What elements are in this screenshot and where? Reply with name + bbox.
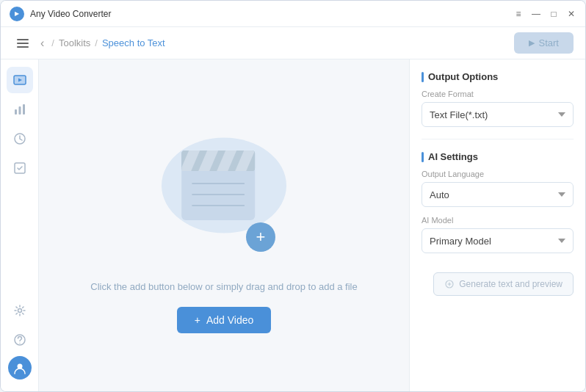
add-video-icon: + [195, 314, 200, 326]
app-title: Any Video Converter [30, 9, 112, 19]
add-file-icon[interactable]: + [246, 222, 275, 252]
sidebar-bottom [7, 297, 33, 385]
sidebar-item-convert[interactable] [7, 67, 33, 93]
breadcrumb-separator-1: / [51, 37, 54, 48]
output-language-label: Output Language [422, 170, 574, 178]
ai-model-select[interactable]: Primary Model Secondary Model [422, 228, 574, 253]
create-format-select[interactable]: Text File(*.txt) SRT File(*.srt) VTT Fil… [422, 102, 574, 127]
close-btn[interactable]: ✕ [566, 9, 576, 19]
drop-hint-text: Click the add button below or simply dra… [90, 281, 358, 292]
back-button[interactable]: ‹ [37, 35, 47, 51]
add-video-label: Add Video [206, 314, 253, 326]
minimize-btn[interactable]: — [531, 9, 541, 19]
help-icon [12, 333, 27, 347]
add-video-button[interactable]: + Add Video [177, 307, 272, 333]
history-icon [12, 131, 27, 146]
settings-icon [12, 303, 27, 318]
svg-rect-3 [18, 106, 21, 115]
output-options-section: Output Options Create Format Text File(*… [422, 71, 574, 127]
ai-model-field: AI Model Primary Model Secondary Model [422, 216, 574, 253]
output-options-title: Output Options [422, 71, 574, 82]
start-label: Start [539, 37, 559, 48]
nav-left: ‹ / Toolkits / Speech to Text [12, 33, 165, 54]
breadcrumb-separator-2: / [95, 37, 98, 48]
hamburger-menu-button[interactable] [12, 33, 33, 54]
output-language-select[interactable]: Auto English Chinese Japanese [422, 182, 574, 207]
main-layout: + Click the add button below or simply d… [1, 59, 585, 392]
sidebar [1, 59, 39, 392]
app-icon [10, 7, 24, 21]
drop-zone-illustration: + [151, 120, 297, 266]
nav-bar: ‹ / Toolkits / Speech to Text ▶ Start [1, 27, 585, 59]
maximize-btn[interactable]: □ [549, 9, 559, 19]
section-divider [422, 139, 574, 139]
svg-point-7 [18, 309, 21, 313]
title-bar-controls: ≡ — □ ✕ [513, 9, 576, 19]
avatar-icon [12, 360, 27, 375]
sidebar-item-settings[interactable] [7, 297, 33, 324]
convert-icon [12, 73, 27, 87]
content-area: + Click the add button below or simply d… [39, 59, 585, 392]
sidebar-item-analytics[interactable] [7, 96, 33, 123]
tasks-icon [12, 161, 27, 175]
sidebar-item-help[interactable] [7, 327, 33, 353]
svg-rect-11 [181, 165, 255, 220]
breadcrumb-speech-to-text: Speech to Text [102, 37, 165, 48]
generate-button[interactable]: Generate text and preview [433, 272, 574, 296]
svg-point-9 [19, 343, 20, 344]
sidebar-item-history[interactable] [7, 126, 33, 152]
generate-area: Generate text and preview [422, 269, 574, 296]
sidebar-item-tasks[interactable] [7, 155, 33, 181]
menu-btn[interactable]: ≡ [513, 9, 524, 19]
analytics-icon [12, 102, 27, 117]
clapperboard-icon [170, 136, 273, 231]
right-panel: Output Options Create Format Text File(*… [409, 59, 585, 392]
ai-model-label: AI Model [422, 216, 574, 225]
ai-settings-section: AI Settings Output Language Auto English… [422, 151, 574, 253]
title-bar-left: Any Video Converter [10, 7, 112, 21]
svg-rect-2 [15, 109, 17, 115]
output-language-field: Output Language Auto English Chinese Jap… [422, 170, 574, 207]
drop-zone: + Click the add button below or simply d… [39, 59, 409, 392]
start-icon: ▶ [529, 38, 535, 48]
svg-rect-4 [23, 104, 25, 115]
user-avatar[interactable] [8, 356, 32, 380]
ai-settings-title: AI Settings [422, 151, 574, 162]
sidebar-top [7, 67, 33, 297]
create-format-label: Create Format [422, 90, 574, 98]
start-button[interactable]: ▶ Start [514, 32, 574, 54]
breadcrumb-toolkits[interactable]: Toolkits [59, 37, 90, 48]
generate-icon [444, 279, 455, 289]
title-bar: Any Video Converter ≡ — □ ✕ [1, 1, 585, 27]
generate-label: Generate text and preview [459, 279, 563, 289]
